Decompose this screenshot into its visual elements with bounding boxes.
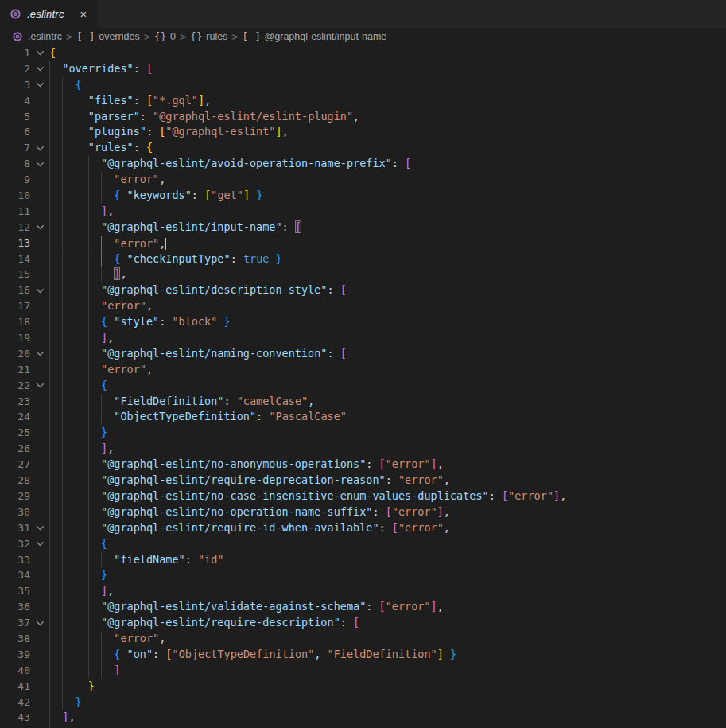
breadcrumb-item[interactable]: [ ]@graphql-eslint/input-name (243, 31, 387, 42)
code-line[interactable]: 43], (0, 710, 726, 726)
line-number[interactable]: 40 (0, 663, 30, 679)
line-number[interactable]: 18 (0, 314, 30, 330)
code-editor[interactable]: 1{2"overrides": [3{4"files": ["*.gql"],5… (0, 45, 726, 728)
code-line[interactable]: 19], (0, 330, 726, 346)
line-number[interactable]: 38 (0, 631, 30, 647)
code-line[interactable]: 28"@graphql-eslint/require-deprecation-r… (0, 473, 726, 489)
code-line[interactable]: 4"files": ["*.gql"], (0, 93, 726, 109)
fold-chevron-icon[interactable] (30, 378, 49, 394)
line-number[interactable]: 16 (0, 282, 30, 298)
code-line[interactable]: 30"@graphql-eslint/no-operation-name-suf… (0, 504, 726, 520)
fold-chevron-icon[interactable] (30, 346, 49, 362)
code-line[interactable]: 7"rules": { (0, 140, 726, 156)
line-number[interactable]: 26 (0, 441, 30, 457)
line-number[interactable]: 4 (0, 93, 30, 109)
line-number[interactable]: 19 (0, 330, 30, 346)
fold-chevron-icon[interactable] (30, 45, 49, 61)
code-line[interactable]: 36"@graphql-eslint/validate-against-sche… (0, 599, 726, 615)
line-number[interactable]: 29 (0, 489, 30, 504)
line-number[interactable]: 37 (0, 615, 30, 631)
code-line[interactable]: 14{ "checkInputType": true } (0, 251, 726, 267)
code-line[interactable]: 38"error", (0, 631, 726, 647)
code-line[interactable]: 5"parser": "@graphql-eslint/eslint-plugi… (0, 109, 726, 125)
code-line[interactable]: 20"@graphql-eslint/naming-convention": [ (0, 346, 726, 362)
fold-chevron-icon[interactable] (30, 282, 49, 298)
breadcrumb-item[interactable]: [ ]overrides (77, 31, 140, 42)
line-number[interactable]: 3 (0, 77, 30, 93)
breadcrumb-item[interactable]: {}0 (154, 31, 176, 42)
code-line[interactable]: 12"@graphql-eslint/input-name": [ (0, 220, 726, 236)
line-number[interactable]: 25 (0, 425, 30, 441)
code-line[interactable]: 35], (0, 583, 726, 599)
line-number[interactable]: 36 (0, 599, 30, 615)
code-line[interactable]: 8"@graphql-eslint/avoid-operation-name-p… (0, 156, 726, 172)
line-number[interactable]: 17 (0, 298, 30, 314)
line-number[interactable]: 24 (0, 409, 30, 425)
code-line[interactable]: 22{ (0, 378, 726, 394)
code-line[interactable]: 31"@graphql-eslint/require-id-when-avail… (0, 520, 726, 536)
code-line[interactable]: 33"fieldName": "id" (0, 552, 726, 568)
line-number[interactable]: 32 (0, 536, 30, 552)
code-line[interactable]: 9"error", (0, 172, 726, 188)
code-line[interactable]: 16"@graphql-eslint/description-style": [ (0, 282, 726, 298)
tab-eslintrc[interactable]: .eslintrc × (0, 0, 97, 28)
code-line[interactable]: 42} (0, 695, 726, 710)
fold-chevron-icon[interactable] (30, 61, 49, 77)
line-number[interactable]: 10 (0, 188, 30, 204)
line-number[interactable]: 27 (0, 457, 30, 473)
code-line[interactable]: 26], (0, 441, 726, 457)
fold-chevron-icon[interactable] (30, 77, 49, 93)
code-line[interactable]: 24"ObjectTypeDefinition": "PascalCase" (0, 409, 726, 425)
code-line[interactable]: 37"@graphql-eslint/require-description":… (0, 615, 726, 631)
line-number[interactable]: 12 (0, 220, 30, 236)
line-number[interactable]: 33 (0, 552, 30, 568)
code-line[interactable]: 40] (0, 663, 726, 679)
code-line[interactable]: 34} (0, 567, 726, 583)
fold-chevron-icon[interactable] (30, 520, 49, 536)
breadcrumb-item[interactable]: {}rules (190, 31, 227, 42)
code-line[interactable]: 3{ (0, 77, 726, 93)
line-number[interactable]: 35 (0, 583, 30, 599)
line-number[interactable]: 1 (0, 45, 30, 61)
close-icon[interactable]: × (78, 7, 90, 21)
line-number[interactable]: 41 (0, 679, 30, 695)
code-line[interactable]: 25} (0, 425, 726, 441)
line-number[interactable]: 6 (0, 124, 30, 140)
line-number[interactable]: 23 (0, 394, 30, 410)
fold-chevron-icon[interactable] (30, 140, 49, 156)
code-line[interactable]: 29"@graphql-eslint/no-case-insensitive-e… (0, 489, 726, 504)
line-number[interactable]: 11 (0, 204, 30, 220)
code-line[interactable]: 15], (0, 267, 726, 282)
code-line[interactable]: 21"error", (0, 362, 726, 378)
code-line[interactable]: 23"FieldDefinition": "camelCase", (0, 394, 726, 410)
line-number[interactable]: 9 (0, 172, 30, 188)
code-line[interactable]: 6"plugins": ["@graphql-eslint"], (0, 124, 726, 140)
line-number[interactable]: 15 (0, 267, 30, 282)
code-line[interactable]: 13"error", (0, 236, 726, 251)
line-number[interactable]: 5 (0, 109, 30, 125)
fold-chevron-icon[interactable] (30, 220, 49, 236)
code-line[interactable]: 41} (0, 679, 726, 695)
line-number[interactable]: 28 (0, 473, 30, 489)
fold-chevron-icon[interactable] (30, 536, 49, 552)
line-number[interactable]: 31 (0, 520, 30, 536)
code-line[interactable]: 2"overrides": [ (0, 61, 726, 77)
code-line[interactable]: 39{ "on": ["ObjectTypeDefinition", "Fiel… (0, 647, 726, 663)
code-line[interactable]: 11], (0, 204, 726, 220)
code-line[interactable]: 10{ "keywords": ["get"] } (0, 188, 726, 204)
line-number[interactable]: 2 (0, 61, 30, 77)
line-number[interactable]: 34 (0, 567, 30, 583)
line-number[interactable]: 20 (0, 346, 30, 362)
code-line[interactable]: 32{ (0, 536, 726, 552)
line-number[interactable]: 22 (0, 378, 30, 394)
fold-chevron-icon[interactable] (30, 615, 49, 631)
line-number[interactable]: 13 (0, 236, 30, 251)
line-number[interactable]: 42 (0, 695, 30, 710)
line-number[interactable]: 30 (0, 504, 30, 520)
fold-chevron-icon[interactable] (30, 156, 49, 172)
code-line[interactable]: 1{ (0, 45, 726, 61)
line-number[interactable]: 39 (0, 647, 30, 663)
code-line[interactable]: 27"@graphql-eslint/no-anonymous-operatio… (0, 457, 726, 473)
line-number[interactable]: 7 (0, 140, 30, 156)
line-number[interactable]: 21 (0, 362, 30, 378)
